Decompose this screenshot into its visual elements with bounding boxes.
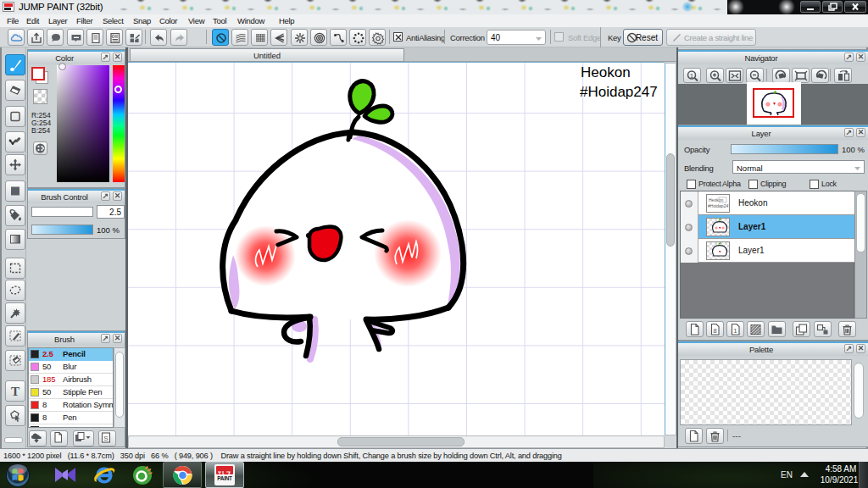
svg-text:S: S [103, 435, 108, 442]
svg-text:Heokon: Heokon [709, 197, 723, 202]
svg-text:T: T [11, 385, 19, 398]
svg-text:8: 8 [713, 327, 717, 335]
svg-text:1: 1 [690, 72, 694, 80]
svg-text:1: 1 [733, 327, 737, 335]
svg-text:#Hoidap247: #Hoidap247 [708, 203, 729, 208]
